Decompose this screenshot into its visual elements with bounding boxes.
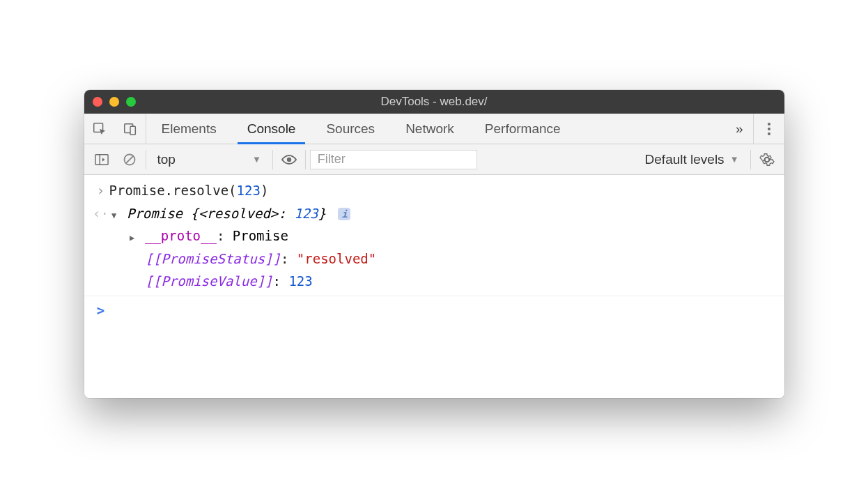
panel-tabbar: Elements Console Sources Network Perform… (84, 114, 784, 144)
disclosure-triangle-closed-icon[interactable]: ▶ (127, 231, 137, 244)
console-prompt-row[interactable]: > (84, 296, 784, 322)
svg-point-10 (287, 157, 291, 161)
titlebar: DevTools - web.dev/ (84, 90, 784, 114)
svg-point-4 (768, 128, 770, 130)
proto-row: ▶ __proto__: Promise (84, 224, 784, 247)
chevron-down-icon: ▼ (252, 154, 261, 165)
status-slot-row: [[PromiseStatus]]: "resolved" (84, 247, 784, 270)
window-title: DevTools - web.dev/ (84, 95, 784, 109)
prompt-marker-icon: > (93, 300, 109, 321)
info-icon[interactable]: i (338, 208, 350, 220)
context-selector[interactable]: top ▼ (150, 152, 268, 167)
tab-network[interactable]: Network (390, 114, 470, 144)
svg-rect-6 (95, 154, 107, 165)
svg-point-5 (768, 132, 770, 135)
console-toolbar: top ▼ Default levels ▼ (84, 144, 784, 175)
status-slot-content[interactable]: [[PromiseStatus]]: "resolved" (109, 249, 776, 269)
value-val: 123 (288, 273, 312, 289)
live-expression-icon[interactable] (277, 148, 301, 171)
output-marker-icon: ‹· (93, 204, 109, 224)
value-key: [[PromiseValue]] (146, 273, 273, 289)
log-levels-label: Default levels (645, 152, 724, 167)
svg-point-11 (765, 158, 769, 162)
console-result-row: ‹· ▼ Promise {<resolved>: 123} i (84, 202, 784, 225)
separator (272, 150, 273, 169)
devtools-window: DevTools - web.dev/ Elements Console Sou… (84, 90, 784, 398)
console-input-content[interactable]: Promise.resolve(123) (109, 181, 776, 201)
tab-performance[interactable]: Performance (470, 114, 576, 144)
expr-fn: Promise.resolve (109, 183, 229, 198)
settings-menu-button[interactable] (754, 114, 784, 144)
expr-arg: 123 (237, 183, 261, 198)
status-val: "resolved" (297, 251, 376, 266)
status-key: [[PromiseStatus]] (146, 251, 281, 266)
tab-sources[interactable]: Sources (311, 114, 390, 144)
filter-input[interactable] (310, 150, 477, 169)
tab-elements[interactable]: Elements (146, 114, 232, 144)
value-slot-content[interactable]: [[PromiseValue]]: 123 (109, 271, 776, 291)
separator (305, 150, 306, 169)
svg-rect-2 (130, 126, 135, 135)
proto-key: __proto__ (145, 228, 217, 243)
context-label: top (157, 152, 176, 167)
log-levels-selector[interactable]: Default levels ▼ (638, 152, 746, 167)
separator (146, 150, 146, 169)
input-marker-icon: › (93, 181, 109, 201)
console-input-row: › Promise.resolve(123) (84, 179, 784, 202)
tabs-overflow-button[interactable]: » (726, 114, 753, 144)
traffic-lights (93, 97, 136, 107)
proto-val: Promise (233, 228, 288, 243)
inspect-element-icon[interactable] (84, 114, 115, 144)
proto-content[interactable]: ▶ __proto__: Promise (109, 226, 776, 246)
console-settings-icon[interactable] (755, 152, 779, 167)
console-result-content[interactable]: ▼ Promise {<resolved>: 123} i (109, 204, 776, 224)
console-body: › Promise.resolve(123) ‹· ▼ Promise {<re… (84, 175, 784, 398)
result-constructor: Promise (127, 206, 183, 221)
svg-line-9 (126, 156, 133, 163)
close-button[interactable] (93, 97, 102, 107)
zoom-button[interactable] (126, 97, 136, 107)
clear-console-icon[interactable] (118, 148, 141, 171)
result-value: 123 (294, 206, 318, 221)
disclosure-triangle-open-icon[interactable]: ▼ (109, 209, 119, 222)
device-toolbar-icon[interactable] (115, 114, 146, 144)
chevron-down-icon: ▼ (730, 154, 739, 165)
svg-point-3 (768, 123, 770, 125)
result-state: <resolved> (199, 206, 278, 221)
separator (750, 150, 751, 169)
minimize-button[interactable] (109, 97, 119, 107)
tab-console[interactable]: Console (232, 114, 311, 144)
value-slot-row: [[PromiseValue]]: 123 (84, 270, 784, 293)
toggle-sidebar-icon[interactable] (90, 148, 114, 171)
